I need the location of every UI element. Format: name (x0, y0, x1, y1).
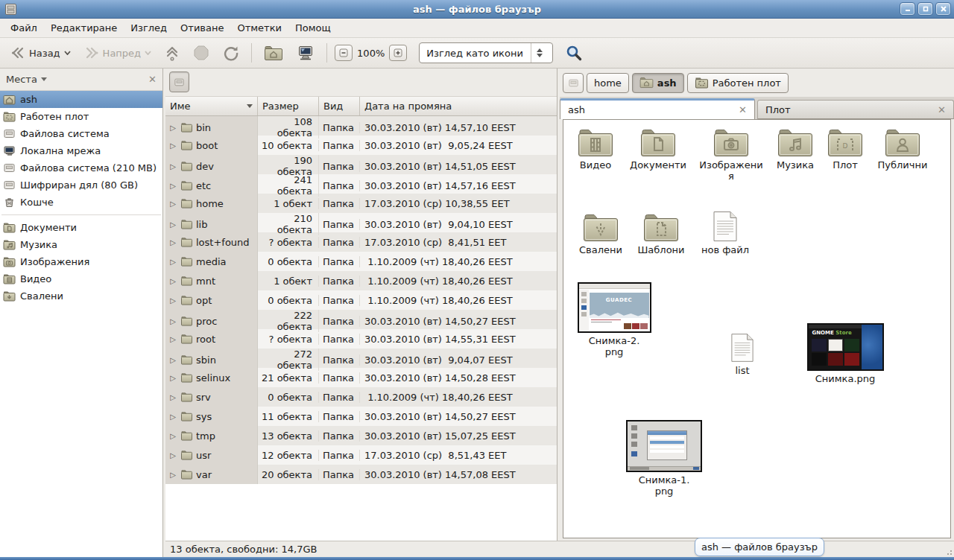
expander-icon[interactable]: ▷ (168, 374, 177, 382)
expander-icon[interactable]: ▷ (168, 317, 177, 325)
back-button[interactable]: Назад (6, 43, 75, 63)
sidebar-item-trash[interactable]: Кошче (0, 194, 162, 211)
table-row[interactable]: ▷ dev 190 обекта Папка 30.03.2010 (вт) 1… (165, 155, 557, 174)
title-bar[interactable]: ash — файлов браузър (0, 0, 954, 19)
expander-icon[interactable]: ▷ (168, 162, 177, 171)
expander-icon[interactable]: ▷ (168, 451, 177, 459)
sidebar-close-icon[interactable]: ✕ (148, 74, 157, 85)
expander-icon[interactable]: ▷ (168, 413, 177, 421)
file-item-snimka1[interactable]: Снимка-1.png (625, 420, 704, 497)
sidebar-item-network[interactable]: Локална мрежа (0, 142, 162, 159)
column-header-name[interactable]: Име (165, 97, 258, 115)
expander-icon[interactable]: ▷ (168, 335, 177, 343)
folder-item-downloads[interactable]: Свалени (574, 214, 628, 255)
table-row[interactable]: ▷ sys 11 обекта Папка 30.03.2010 (вт) 14… (165, 407, 557, 426)
menu-bookmarks[interactable]: Отметки (231, 20, 287, 36)
table-row[interactable]: ▷ opt 0 обекта Папка 1.10.2009 (чт) 18,4… (165, 290, 557, 310)
desktop-panel-edge[interactable] (0, 557, 954, 560)
table-row[interactable]: ▷ srv 0 обекта Папка 1.10.2009 (чт) 18,4… (165, 387, 557, 407)
file-item-new-file[interactable]: нов файл (698, 211, 753, 255)
table-row[interactable]: ▷ media 0 обекта Папка 1.10.2009 (чт) 18… (165, 252, 557, 271)
tab-ash[interactable]: ash ✕ (560, 98, 755, 119)
maximize-button[interactable] (917, 2, 933, 16)
table-row[interactable]: ▷ usr 12 обекта Папка 17.03.2010 (ср) 8,… (165, 445, 557, 465)
table-row[interactable]: ▷ selinux 21 обекта Папка 30.03.2010 (вт… (165, 368, 557, 387)
breadcrumb-desktop-button[interactable]: Работен плот (687, 73, 789, 93)
expander-icon[interactable]: ▷ (168, 471, 177, 479)
table-row[interactable]: ▷ root ? обекта Папка 30.03.2010 (вт) 14… (165, 329, 557, 349)
table-row[interactable]: ▷ var 20 обекта Папка 30.03.2010 (вт) 14… (165, 465, 557, 484)
computer-button[interactable] (292, 42, 319, 64)
sidebar-item-downloads[interactable]: Свалени (0, 287, 162, 305)
expander-icon[interactable]: ▷ (168, 296, 177, 305)
table-row[interactable]: ▷ lib 210 обекта Папка 30.03.2010 (вт) 9… (165, 213, 557, 232)
table-row[interactable]: ▷ home 1 обект Папка 17.03.2010 (ср) 10,… (165, 194, 557, 213)
menu-help[interactable]: Помощ (289, 20, 337, 36)
expander-icon[interactable]: ▷ (168, 124, 177, 132)
table-row[interactable]: ▷ boot 10 обекта Папка 30.03.2010 (вт) 9… (165, 136, 557, 155)
breadcrumb-current-button[interactable]: ash (632, 73, 684, 93)
tab-close-icon[interactable]: ✕ (739, 104, 747, 115)
file-item-snimka[interactable]: GNOME Store Снимка.png (803, 323, 887, 384)
expander-icon[interactable]: ▷ (168, 356, 177, 364)
minimize-button[interactable] (900, 2, 915, 16)
up-button[interactable] (160, 42, 184, 64)
close-button[interactable] (935, 2, 951, 16)
reload-button[interactable] (218, 42, 244, 64)
expander-icon[interactable]: ▷ (168, 182, 177, 190)
expander-icon[interactable]: ▷ (168, 220, 177, 229)
table-row[interactable]: ▷ bin 108 обекта Папка 30.03.2010 (вт) 1… (165, 116, 557, 136)
expander-icon[interactable]: ▷ (168, 141, 177, 150)
table-row[interactable]: ▷ sbin 272 обекта Папка 30.03.2010 (вт) … (165, 349, 557, 368)
column-header-size[interactable]: Размер (258, 97, 319, 115)
expander-icon[interactable]: ▷ (168, 432, 177, 440)
places-header[interactable]: Места ✕ (0, 69, 162, 91)
sidebar-item-pictures[interactable]: Изображения (0, 253, 162, 270)
file-item-list[interactable]: list (716, 333, 768, 376)
resize-grip[interactable] (944, 547, 953, 556)
sidebar-item-documents[interactable]: Документи (0, 219, 162, 236)
tab-plot[interactable]: Плот ✕ (757, 100, 954, 119)
table-row[interactable]: ▷ tmp 13 обекта Папка 30.03.2010 (вт) 15… (165, 426, 557, 445)
breadcrumb-home-button[interactable]: home (587, 73, 629, 93)
folder-item-videos[interactable]: Видео (569, 129, 622, 171)
folder-item-desktop[interactable]: D Плот (822, 129, 868, 171)
sidebar-item-music[interactable]: Музика (0, 236, 162, 253)
menu-go[interactable]: Отиване (174, 20, 230, 36)
sidebar-item-encrypted-80gb[interactable]: Шифриран дял (80 GB) (0, 176, 162, 194)
folder-item-templates[interactable]: Шаблони (632, 214, 690, 255)
table-row[interactable]: ▷ mnt 1 обект Папка 1.10.2009 (чт) 18,40… (165, 271, 557, 290)
icon-view-canvas[interactable]: Видео Документи Изображения (563, 119, 951, 538)
zoom-in-button[interactable] (389, 45, 407, 61)
menu-file[interactable]: Файл (4, 20, 43, 36)
sidebar-item-filesystem[interactable]: Файлова система (0, 125, 162, 142)
zoom-out-button[interactable] (335, 45, 353, 61)
sidebar-item-videos[interactable]: Видео (0, 270, 162, 287)
folder-item-documents[interactable]: Документи (625, 129, 691, 171)
folder-item-music[interactable]: Музика (767, 129, 824, 171)
breadcrumb-root-button[interactable] (563, 73, 584, 93)
sidebar-item-volume-210mb[interactable]: Файлова система (210 MB) (0, 159, 162, 176)
expander-icon[interactable]: ▷ (168, 258, 177, 266)
filesystem-root-button[interactable] (169, 71, 189, 92)
expander-icon[interactable]: ▷ (168, 238, 177, 246)
expander-icon[interactable]: ▷ (168, 277, 177, 285)
expander-icon[interactable]: ▷ (168, 200, 177, 208)
search-button[interactable] (560, 41, 587, 65)
folder-item-public[interactable]: Публични (871, 129, 934, 171)
table-row[interactable]: ▷ proc 222 обекта Папка 30.03.2010 (вт) … (165, 310, 557, 329)
menu-view[interactable]: Изглед (124, 20, 173, 36)
stop-button[interactable] (189, 42, 214, 64)
sidebar-item-desktop[interactable]: Работен плот (0, 108, 162, 125)
column-header-date[interactable]: Дата на промяна (360, 97, 557, 115)
folder-item-pictures[interactable]: Изображения (698, 129, 765, 182)
expander-icon[interactable]: ▷ (168, 393, 177, 401)
column-header-type[interactable]: Вид (319, 97, 360, 115)
forward-button[interactable]: Напред (80, 43, 156, 63)
menu-edit[interactable]: Редактиране (45, 20, 123, 36)
file-item-snimka2[interactable]: GUADEC Снимка-2.png (575, 282, 653, 357)
view-mode-select[interactable]: Изглед като икони (419, 42, 553, 63)
table-row[interactable]: ▷ etc 241 обекта Папка 30.03.2010 (вт) 1… (165, 174, 557, 194)
tab-close-icon[interactable]: ✕ (938, 104, 946, 115)
sidebar-item-home[interactable]: ash (0, 91, 162, 108)
